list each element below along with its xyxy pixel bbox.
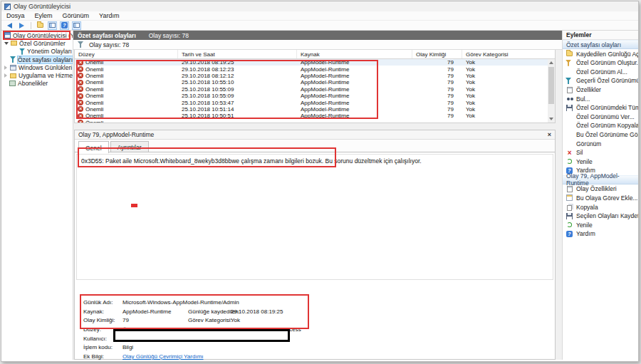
help-icon: ? bbox=[566, 231, 573, 237]
help-button[interactable]: ? bbox=[60, 21, 69, 30]
critical-icon: × bbox=[78, 73, 83, 78]
column-header-source[interactable]: Kaynak bbox=[297, 50, 412, 58]
field-row-log-name: Günlük Adı: Microsoft-Windows-AppModel-R… bbox=[83, 298, 552, 307]
critical-icon: × bbox=[78, 100, 83, 105]
action-find[interactable]: Bul... bbox=[563, 94, 638, 103]
action-refresh-event[interactable]: Yenile bbox=[563, 220, 638, 229]
table-row[interactable]: ×Önemli 25.10.2018 10:53:47 AppModel-Run… bbox=[75, 99, 548, 105]
action-copy-custom-view[interactable]: Özel Görünüm Kopyala... bbox=[563, 121, 638, 130]
category-value: Yok bbox=[231, 317, 552, 323]
action-view-submenu[interactable]: Görünüm bbox=[563, 139, 638, 148]
close-icon[interactable]: × bbox=[548, 132, 551, 138]
column-header-datetime[interactable]: Tarih ve Saat bbox=[178, 50, 297, 58]
menu-dosya[interactable]: Dosya bbox=[6, 12, 25, 19]
summary-title: Özet sayfası olayları bbox=[78, 32, 136, 39]
tree-item-custom-views[interactable]: Özel Görünümler bbox=[1, 39, 73, 47]
critical-icon: × bbox=[78, 106, 83, 112]
table-row[interactable]: ×Önemli 25.10.2018 10:55:10 AppModel-Run… bbox=[75, 79, 548, 85]
critical-icon: × bbox=[78, 120, 83, 123]
events-vertical-scrollbar[interactable] bbox=[548, 59, 555, 123]
tree-item-subscriptions[interactable]: Abonelikler bbox=[1, 80, 73, 88]
table-row[interactable]: ×Önemli 29.10.2018 08:12:12 AppModel-Run… bbox=[75, 73, 548, 79]
folder-icon bbox=[10, 73, 16, 78]
results-pane: Özet sayfası olayları Olay sayısı: 78 Ol… bbox=[73, 31, 563, 360]
console-tree-toggle-icon bbox=[49, 23, 56, 28]
filter-icon bbox=[566, 78, 571, 84]
events-rows: ×Önemli 29.10.2018 08:19:25 AppModel-Run… bbox=[75, 59, 548, 123]
action-attach-task-to-event[interactable]: Bu Olaya Görev Ekle... bbox=[563, 194, 638, 203]
action-create-custom-view[interactable]: Özel Görünüm Oluştur... bbox=[563, 58, 638, 68]
events-table: Düzey Tarih ve Saat Kaynak Olay Kimliği … bbox=[74, 50, 556, 123]
action-attach-task-to-view[interactable]: Bu Özel Görünüme Görev Ekle... bbox=[563, 130, 638, 140]
actions-header: Eylemler bbox=[563, 31, 638, 40]
forward-button[interactable] bbox=[17, 21, 26, 30]
action-save-selected-events[interactable]: Seçilen Olayları Kaydet... bbox=[563, 212, 638, 221]
action-refresh[interactable]: Yenile bbox=[563, 157, 638, 167]
tree-item-windows-logs[interactable]: Windows Günlükleri bbox=[1, 63, 73, 71]
event-viewer-root-icon bbox=[4, 32, 11, 38]
tree-item-app-service-logs[interactable]: Uygulama ve Hizmet Günlük bbox=[1, 71, 73, 79]
scroll-down-icon[interactable] bbox=[548, 115, 555, 123]
action-properties[interactable]: Özellikler bbox=[563, 85, 638, 95]
events-table-header: Düzey Tarih ve Saat Kaynak Olay Kimliği … bbox=[75, 50, 555, 59]
event-viewer-window: Olay Görüntüleyicisi Dosya Eylem Görünüm… bbox=[1, 1, 639, 362]
column-header-category[interactable]: Görev Kategorisi bbox=[462, 50, 548, 58]
event-viewer-app-icon bbox=[4, 4, 11, 10]
actions-section-summary[interactable]: Özet sayfası olayları bbox=[563, 40, 638, 49]
action-import-custom-view[interactable]: Özel Görünüm Al... bbox=[563, 68, 638, 77]
tree-item-admin-events[interactable]: Yönetim Olayları bbox=[1, 48, 73, 56]
menu-yardim[interactable]: Yardım bbox=[99, 12, 119, 19]
column-header-event-id[interactable]: Olay Kimliği bbox=[412, 50, 462, 58]
open-saved-log-button[interactable] bbox=[36, 21, 45, 30]
table-row[interactable]: ×Önemli 29.10.2018 08:19:25 AppModel-Run… bbox=[75, 59, 548, 66]
log-name-value: Microsoft-Windows-AppModel-Runtime/Admin bbox=[123, 299, 552, 306]
action-filter-current-view[interactable]: Geçerli Özel Görünümü Filtrele... bbox=[563, 76, 638, 85]
menu-gorunum[interactable]: Görünüm bbox=[63, 12, 90, 19]
scrollbar-thumb[interactable] bbox=[548, 67, 554, 104]
action-help-event[interactable]: ?Yardım bbox=[563, 229, 638, 239]
expander-closed-icon[interactable] bbox=[4, 66, 7, 70]
back-button[interactable] bbox=[5, 21, 14, 30]
action-copy[interactable]: Kopyala bbox=[563, 202, 638, 212]
action-pane-toggle-button[interactable] bbox=[72, 21, 81, 30]
action-export-custom-view[interactable]: Özel Görünümü Ver... bbox=[563, 113, 638, 122]
folder-icon bbox=[11, 41, 17, 46]
table-row[interactable]: ×Önemli 25.10.2018 10:50:51 AppModel-Run… bbox=[75, 113, 548, 119]
refresh-icon bbox=[567, 159, 572, 164]
field-row-opcode: İşlem kodu: Bilgi bbox=[83, 343, 552, 352]
expander-closed-icon[interactable] bbox=[4, 73, 7, 78]
tree-item-root[interactable]: Olay Görüntüleyicisi (Yerel) bbox=[1, 31, 73, 39]
expander-open-icon[interactable] bbox=[4, 42, 9, 45]
table-row[interactable]: ×Önemli 25.10.2018 10:51:14 AppModel-Run… bbox=[75, 106, 548, 113]
window-title: Olay Görüntüleyicisi bbox=[14, 3, 71, 10]
event-id-value: 79 bbox=[123, 317, 188, 323]
console-tree-toggle-button[interactable] bbox=[48, 21, 57, 30]
event-description[interactable]: 0x3D55: Paket aile Microsoft.Whiteboard_… bbox=[76, 154, 553, 280]
critical-icon: × bbox=[78, 93, 83, 99]
tree-item-summary-page-events[interactable]: Özet sayfası olayları bbox=[1, 56, 73, 63]
menu-eylem[interactable]: Eylem bbox=[35, 12, 53, 19]
filter-icon bbox=[19, 48, 25, 55]
online-help-link[interactable]: Olay Günlüğü Çevrimiçi Yardımı bbox=[123, 353, 204, 360]
action-pane-toggle-icon bbox=[73, 23, 80, 28]
task-icon bbox=[566, 194, 573, 201]
table-row[interactable]: ×Önemli 25.10.2018 10:55:09 AppModel-Run… bbox=[75, 86, 548, 93]
actions-pane: Eylemler Özet sayfası olayları Kaydedile… bbox=[562, 31, 638, 360]
summary-header: Özet sayfası olayları Olay sayısı: 78 bbox=[73, 31, 563, 40]
tab-ayrintilar[interactable]: Ayrıntılar bbox=[110, 141, 149, 152]
action-delete[interactable]: ×Sil bbox=[563, 148, 638, 157]
table-row[interactable]: ×Önemli 29.10.2018 08:12:23 AppModel-Run… bbox=[75, 66, 548, 72]
refresh-icon bbox=[567, 222, 572, 227]
table-row[interactable]: ×Önemli bbox=[75, 120, 548, 123]
redaction-box-user bbox=[113, 329, 290, 342]
action-save-all-events[interactable]: Özel Görünümdeki Tüm Olayları K... bbox=[563, 103, 638, 113]
action-open-saved-log[interactable]: Kaydedilen Günlüğü Aç... bbox=[563, 49, 638, 58]
properties-icon bbox=[567, 186, 573, 192]
table-row[interactable]: ×Önemli 25.10.2018 10:55:09 AppModel-Run… bbox=[75, 93, 548, 99]
filter-bar: Olay sayısı: 78 bbox=[73, 40, 563, 50]
scroll-up-icon[interactable] bbox=[548, 59, 555, 66]
actions-section-event[interactable]: Olay 79, AppModel-Runtime bbox=[563, 175, 638, 184]
critical-icon: × bbox=[78, 113, 83, 119]
tab-genel[interactable]: Genel bbox=[78, 141, 109, 153]
column-header-level[interactable]: Düzey bbox=[75, 50, 178, 58]
